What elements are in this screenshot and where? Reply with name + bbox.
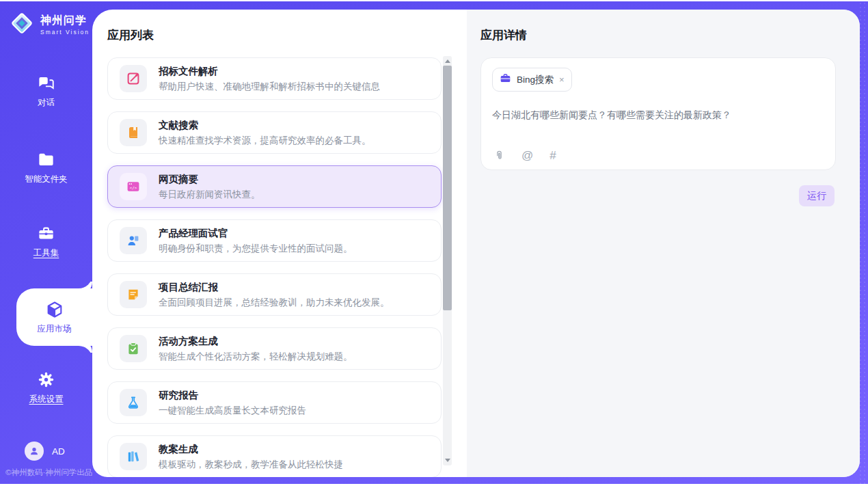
app-card-desc: 全面回顾项目进展，总结经验教训，助力未来优化发展。 [159,297,390,309]
app-card-title: 网页摘要 [159,173,260,186]
content-panel: 应用列表 招标文件解析 帮助用户快速、准确地理解和解析招标书 [92,10,860,477]
attachment-paperclip-icon[interactable] [493,150,505,161]
toolbox-icon [37,224,55,243]
sidebar-item-smart-folder[interactable]: 智能文件夹 [0,150,92,185]
app-list-title: 应用列表 [107,27,467,43]
interviewer-person-icon [120,227,147,254]
sidebar-item-label: 应用市场 [38,323,72,335]
app-card-desc: 帮助用户快速、准确地理解和解析招标书中的关键信息 [159,81,380,93]
app-card-title: 活动方案生成 [159,335,353,348]
app-card-list: 招标文件解析 帮助用户快速、准确地理解和解析招标书中的关键信息 [107,57,442,477]
app-detail-title: 应用详情 [480,27,860,43]
app-card-web-summary[interactable]: </> 网页摘要 每日政府新闻资讯快查。 [107,165,442,208]
app-card-title: 文献搜索 [159,119,371,132]
prompt-toolbar: @ # [493,150,556,161]
app-card-pm-interviewer[interactable]: 产品经理面试官 明确身份和职责，为您提供专业性的面试问题。 [107,219,442,262]
sidebar-item-label: 对话 [38,97,55,109]
sidebar-item-label: 智能文件夹 [25,174,68,185]
bid-document-icon [120,65,147,92]
gear-icon [37,370,55,389]
briefcase-icon [500,72,511,87]
list-scrollbar[interactable] [443,56,452,465]
app-detail-pane: 应用详情 Bing搜索 × 今日湖北有哪些新闻要点？ [467,10,860,477]
book-icon [120,119,147,146]
books-icon [120,443,147,470]
app-window: 神州问学 Smart Vision 对话 [0,0,868,488]
app-card-title: 教案生成 [159,443,343,456]
app-card-project-summary[interactable]: 项目总结汇报 全面回顾项目进展，总结经验教训，助力未来优化发展。 [107,273,442,316]
app-card-title: 产品经理面试官 [159,227,353,240]
mention-at-icon[interactable]: @ [521,150,533,161]
chat-icon [37,74,55,92]
avatar [25,442,44,461]
app-card-desc: 一键智能生成高质量长文本研究报告 [159,405,306,417]
folder-icon [37,150,55,169]
cube-icon [45,300,64,319]
app-card-title: 研究报告 [159,389,306,402]
prompt-text[interactable]: 今日湖北有哪些新闻要点？有哪些需要关注的最新政策？ [492,109,824,122]
user-account[interactable]: AD [25,442,65,461]
brand-tagline: Smart Vision [40,29,90,36]
sidebar: 神州问学 Smart Vision 对话 [0,1,92,484]
hashtag-icon[interactable]: # [550,150,556,161]
web-summary-icon: </> [120,173,147,200]
tool-chip-bing-search[interactable]: Bing搜索 × [492,68,572,92]
scroll-down-arrow-icon[interactable] [443,456,452,465]
app-card-research-report[interactable]: 研究报告 一键智能生成高质量长文本研究报告 [107,381,442,424]
flask-icon [120,389,147,416]
app-card-desc: 快速精准查找学术资源，提高研究效率的必备工具。 [159,135,371,147]
app-card-title: 项目总结汇报 [159,281,390,294]
app-frame: 神州问学 Smart Vision 对话 [0,1,868,484]
sidebar-item-label: 系统设置 [29,394,64,405]
app-card-desc: 明确身份和职责，为您提供专业性的面试问题。 [159,243,353,255]
sidebar-item-label: 工具集 [33,247,59,259]
diamond-logo-icon [9,10,35,39]
app-card-bid-parse[interactable]: 招标文件解析 帮助用户快速、准确地理解和解析招标书中的关键信息 [107,57,442,100]
scroll-up-arrow-icon[interactable] [443,57,452,66]
prompt-card: Bing搜索 × 今日湖北有哪些新闻要点？有哪些需要关注的最新政策？ @ # [480,57,836,170]
app-card-literature-search[interactable]: 文献搜索 快速精准查找学术资源，提高研究效率的必备工具。 [107,111,442,154]
tool-chip-label: Bing搜索 [517,74,554,86]
app-card-desc: 智能生成个性化活动方案，轻松解决规划难题。 [159,351,353,363]
clipboard-check-icon [120,335,147,362]
sidebar-item-chat[interactable]: 对话 [0,74,92,109]
brand-logo: 神州问学 Smart Vision [9,10,90,39]
app-card-desc: 每日政府新闻资讯快查。 [159,189,260,201]
note-icon [120,281,147,308]
user-initials: AD [52,446,65,457]
copyright-text: ©神州数码·神州问学出品 [5,467,92,478]
sidebar-item-app-market[interactable]: 应用市场 [16,288,92,346]
sidebar-item-toolset[interactable]: 工具集 [0,224,92,259]
scrollbar-thumb[interactable] [443,66,452,310]
app-card-desc: 模板驱动，教案秒成，教学准备从此轻松快捷 [159,459,343,471]
svg-text:</>: </> [130,185,137,190]
run-button[interactable]: 运行 [799,185,835,206]
app-card-activity-plan[interactable]: 活动方案生成 智能生成个性化活动方案，轻松解决规划难题。 [107,327,442,370]
app-card-title: 招标文件解析 [159,65,380,78]
close-icon[interactable]: × [559,75,565,84]
sidebar-item-settings[interactable]: 系统设置 [0,370,92,405]
app-list-pane: 应用列表 招标文件解析 帮助用户快速、准确地理解和解析招标书 [92,10,467,477]
brand-name: 神州问学 [40,14,90,28]
app-card-lesson-plan[interactable]: 教案生成 模板驱动，教案秒成，教学准备从此轻松快捷 [107,435,442,477]
